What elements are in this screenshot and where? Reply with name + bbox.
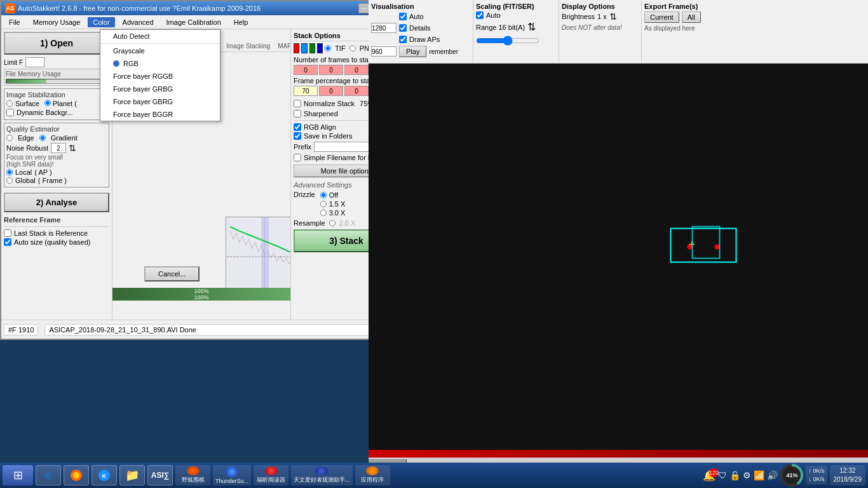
- export-btn-row: Current All: [644, 11, 747, 23]
- export-all-btn[interactable]: All: [682, 11, 701, 23]
- resample-radio[interactable]: [329, 220, 336, 226]
- taskbar-app-astro[interactable]: 天文爱好者观测助手...: [291, 465, 353, 485]
- drizzle-15x-radio[interactable]: [320, 201, 327, 207]
- play-button[interactable]: Play: [399, 46, 426, 57]
- rgb-align-checkbox[interactable]: [294, 123, 301, 131]
- color-force-gbrg-label: Force bayer GBRG: [113, 98, 173, 105]
- drizzle-30x-row: 3.0 X: [320, 209, 346, 217]
- taskbar-kde[interactable]: K: [92, 465, 117, 485]
- vis-height-input[interactable]: [371, 46, 397, 57]
- menu-advanced[interactable]: Advanced: [118, 17, 159, 27]
- rgb-align-label: RGB Align: [304, 123, 336, 131]
- drizzle-30x-radio[interactable]: [320, 210, 327, 216]
- limit-row: Limit F: [4, 57, 109, 67]
- brightness-spinner[interactable]: ⇅: [609, 11, 617, 22]
- frame-count-2[interactable]: [319, 65, 343, 75]
- open-button[interactable]: 1) Open: [4, 32, 109, 55]
- menu-file[interactable]: File: [4, 17, 25, 27]
- menu-bar: File Memory Usage Color Advanced Image C…: [1, 15, 399, 29]
- display-panel: Display Options Brightness 1 x ⇅ Does NO…: [559, 0, 642, 63]
- color-btn-red[interactable]: [294, 43, 299, 53]
- color-force-bggr-label: Force bayer BGGR: [113, 111, 173, 118]
- taskbar-firefox[interactable]: [64, 465, 89, 485]
- menu-image-calibration[interactable]: Image Calibration: [161, 17, 226, 27]
- clock[interactable]: 12:32 2018/9/29: [830, 465, 866, 485]
- image-stacking-item[interactable]: Image Stacking: [226, 43, 270, 50]
- normalize-checkbox[interactable]: [294, 100, 301, 107]
- vis-details-checkbox[interactable]: [399, 24, 407, 32]
- color-btn-green[interactable]: [309, 43, 315, 53]
- noise-robust-input[interactable]: [51, 143, 66, 153]
- menu-color[interactable]: Color: [88, 17, 114, 27]
- color-rgb[interactable]: RGB: [100, 57, 220, 70]
- app-icon: AS: [5, 3, 15, 13]
- scaling-auto-checkbox[interactable]: [476, 11, 484, 19]
- menu-memory-usage[interactable]: Memory Usage: [28, 17, 86, 27]
- cancel-area: Cancel...: [144, 266, 200, 281]
- auto-size-checkbox[interactable]: [4, 238, 11, 246]
- vis-width-input[interactable]: [371, 23, 397, 33]
- last-stack-ref-row: Last Stack is Reference: [4, 229, 109, 237]
- start-button[interactable]: ⊞: [3, 465, 33, 485]
- gradient-radio[interactable]: [39, 135, 46, 141]
- taskbar-app-thunder[interactable]: ThunderSu...: [213, 465, 251, 485]
- noise-robust-spinner[interactable]: ⇅: [69, 143, 76, 153]
- drizzle-off-radio[interactable]: [320, 192, 327, 198]
- scaling-spinner[interactable]: ⇅: [527, 21, 536, 33]
- file-memory-bar: [6, 79, 107, 84]
- scaling-panel: Scaling (FIT/SER) Auto Range 16 bit(A) ⇅: [473, 0, 559, 63]
- color-grayscale[interactable]: Grayscale: [100, 44, 220, 57]
- pct-1[interactable]: [294, 86, 318, 96]
- global-radio[interactable]: [6, 177, 13, 184]
- surface-radio[interactable]: [6, 100, 13, 107]
- taskbar-app-asic[interactable]: 应用程序: [355, 465, 390, 485]
- settings-icon[interactable]: ⚙: [743, 470, 751, 480]
- color-force-rggb-label: Force bayer RGGB: [113, 72, 173, 80]
- ref-frame-label: Reference Frame: [4, 216, 109, 224]
- dynamic-bg-checkbox[interactable]: [6, 109, 14, 116]
- edge-radio[interactable]: [6, 135, 13, 141]
- taskbar-app-foxitreader[interactable]: 福昕阅读器: [254, 465, 288, 485]
- volume-icon[interactable]: 🔊: [767, 470, 778, 480]
- menu-help[interactable]: Help: [229, 17, 254, 27]
- taskbar-app-weiqi[interactable]: 野狐围棋: [175, 465, 210, 485]
- taskbar-asic[interactable]: ASI∑: [147, 465, 173, 485]
- network-icon[interactable]: 📶: [754, 470, 764, 480]
- save-folders-checkbox[interactable]: [294, 132, 301, 140]
- scaling-range-slider[interactable]: [476, 36, 539, 46]
- sharpened-checkbox[interactable]: [294, 110, 301, 118]
- color-grayscale-label: Grayscale: [113, 47, 145, 55]
- export-current-btn[interactable]: Current: [644, 11, 679, 23]
- png-radio[interactable]: [349, 45, 356, 51]
- cancel-button[interactable]: Cancel...: [144, 266, 200, 281]
- color-force-gbrg[interactable]: Force bayer GBRG: [100, 95, 220, 108]
- pct-3[interactable]: [344, 86, 369, 96]
- simple-filename-checkbox[interactable]: [294, 154, 301, 161]
- color-btn-darkblue[interactable]: [317, 43, 323, 53]
- shield-icon[interactable]: 🛡: [718, 470, 727, 480]
- ie-icon: e: [45, 469, 51, 482]
- vis-auto-checkbox[interactable]: [399, 13, 407, 20]
- vis-drawaps-checkbox[interactable]: [399, 36, 407, 43]
- security-icon[interactable]: 🔒: [729, 470, 740, 480]
- color-auto-detect[interactable]: Auto Detect: [100, 30, 220, 43]
- tif-radio[interactable]: [325, 45, 331, 51]
- drizzle-15x-label: 1.5 X: [329, 200, 346, 208]
- color-btn-blue[interactable]: [301, 43, 307, 53]
- planet-radio[interactable]: [44, 100, 51, 106]
- limit-input[interactable]: [25, 57, 44, 67]
- taskbar-folder[interactable]: 📁: [119, 465, 145, 485]
- notifications-icon[interactable]: 🔔 120: [703, 470, 715, 482]
- frame-status: #F 1910: [4, 324, 38, 336]
- frame-count-3[interactable]: [344, 65, 369, 75]
- remember-btn[interactable]: remember: [429, 48, 458, 55]
- local-radio[interactable]: [6, 169, 13, 175]
- analyse-button[interactable]: 2) Analyse: [4, 193, 109, 212]
- taskbar-ie[interactable]: e: [36, 465, 61, 485]
- last-stack-ref-checkbox[interactable]: [4, 229, 11, 237]
- color-force-bggr[interactable]: Force bayer BGGR: [100, 108, 220, 121]
- color-force-rggb[interactable]: Force bayer RGGB: [100, 70, 220, 83]
- pct-2[interactable]: [319, 86, 343, 96]
- frame-count-1[interactable]: [294, 65, 318, 75]
- color-force-grbg[interactable]: Force bayer GRBG: [100, 83, 220, 95]
